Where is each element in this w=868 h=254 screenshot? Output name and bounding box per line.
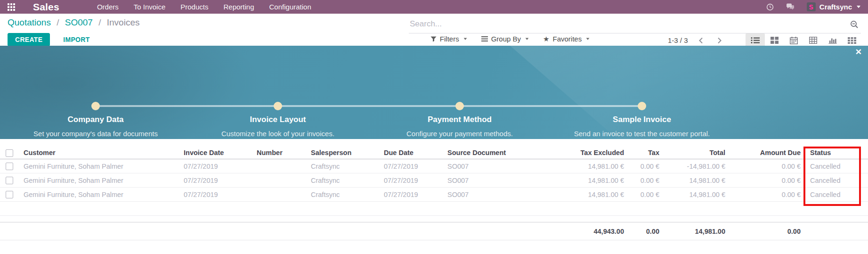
total-amount-due: 0.00 — [730, 222, 805, 240]
search-input[interactable] — [409, 16, 861, 33]
chevron-down-icon — [463, 38, 467, 40]
graph-view-icon[interactable] — [823, 33, 842, 47]
breadcrumb-separator: / — [98, 17, 101, 27]
column-header-status[interactable]: Status — [805, 147, 868, 159]
favorites-label: Favorites — [552, 35, 582, 43]
cell-customer: Gemini Furniture, Soham Palmer — [19, 159, 179, 173]
step-dot — [91, 102, 100, 110]
filters-dropdown[interactable]: Filters — [430, 35, 467, 43]
onboarding-step-company-data: Company Data Set your company's data for… — [6, 115, 185, 139]
cell-salesperson: Craftsync — [306, 188, 379, 202]
cell-due-date: 07/27/2019 — [379, 173, 443, 188]
invoice-list: Customer Invoice Date Number Salesperson… — [0, 139, 868, 240]
cell-tax: 0.00 € — [629, 173, 664, 188]
activity-view-icon[interactable] — [842, 33, 861, 47]
select-all-checkbox[interactable] — [6, 149, 13, 157]
main-menu: Orders To Invoice Products Reporting Con… — [97, 3, 311, 11]
user-menu[interactable]: S Craftsync — [807, 2, 860, 11]
clock-icon[interactable] — [766, 3, 774, 11]
menu-products[interactable]: Products — [180, 3, 208, 11]
cell-total: 14,981.00 € — [664, 173, 730, 188]
menu-configuration[interactable]: Configuration — [269, 3, 311, 11]
column-header-customer[interactable]: Customer — [19, 147, 179, 159]
column-header-tax-excluded[interactable]: Tax Excluded — [553, 147, 629, 159]
app-name[interactable]: Sales — [33, 1, 59, 13]
filters-label: Filters — [440, 35, 459, 43]
row-checkbox[interactable] — [6, 163, 13, 170]
total-total: 14,981.00 — [664, 222, 730, 240]
cell-tax: 0.00 € — [629, 159, 664, 173]
column-header-invoice-date[interactable]: Invoice Date — [179, 147, 252, 159]
onboarding-timeline — [96, 105, 642, 107]
row-checkbox[interactable] — [6, 191, 13, 198]
cell-source-document: SO007 — [443, 159, 553, 173]
view-switcher — [746, 33, 861, 47]
group-by-icon — [481, 36, 488, 41]
filter-funnel-icon — [430, 36, 437, 42]
table-row[interactable]: Gemini Furniture, Soham Palmer 07/27/201… — [0, 173, 868, 188]
cell-invoice-date: 07/27/2019 — [179, 159, 252, 173]
step-description: Send an invoice to test the customer por… — [571, 129, 713, 139]
column-header-tax[interactable]: Tax — [629, 147, 664, 159]
empty-row — [0, 202, 868, 216]
search-bar — [409, 16, 861, 33]
step-dot — [455, 102, 464, 110]
cell-source-document: SO007 — [443, 188, 553, 202]
step-title: Company Data — [6, 115, 185, 124]
favorites-dropdown[interactable]: ★ Favorites — [543, 35, 590, 43]
kanban-view-icon[interactable] — [765, 33, 784, 47]
cell-number — [252, 188, 306, 202]
chat-icon[interactable] — [786, 3, 795, 10]
column-header-number[interactable]: Number — [252, 147, 306, 159]
onboarding-step-payment-method: Payment Method Configure your payment me… — [370, 115, 549, 139]
cell-status: Cancelled — [805, 159, 868, 173]
column-header-due-date[interactable]: Due Date — [379, 147, 443, 159]
pager-range: 1-3 / 3 — [668, 36, 688, 44]
import-button[interactable]: IMPORT — [60, 35, 92, 44]
cell-customer: Gemini Furniture, Soham Palmer — [19, 173, 179, 188]
pivot-view-icon[interactable] — [803, 33, 823, 47]
column-header-source-document[interactable]: Source Document — [443, 147, 553, 159]
cell-status: Cancelled — [805, 188, 868, 202]
create-button[interactable]: CREATE — [8, 33, 50, 46]
chevron-down-icon — [586, 38, 590, 40]
menu-to-invoice[interactable]: To Invoice — [134, 3, 166, 11]
favorites-star-icon: ★ — [543, 35, 549, 42]
list-view-icon[interactable] — [746, 33, 765, 47]
cell-source-document: SO007 — [443, 173, 553, 188]
step-title: Invoice Layout — [188, 115, 367, 124]
total-tax-excluded: 44,943.00 — [553, 222, 629, 240]
column-header-total[interactable]: Total — [664, 147, 730, 159]
group-by-dropdown[interactable]: Group By — [481, 35, 529, 43]
cell-amount-due: 0.00 € — [730, 159, 805, 173]
close-icon[interactable]: ✕ — [855, 48, 862, 56]
cell-due-date: 07/27/2019 — [379, 159, 443, 173]
breadcrumb-quotations[interactable]: Quotations — [8, 17, 51, 27]
column-header-salesperson[interactable]: Salesperson — [306, 147, 379, 159]
pager-previous-button[interactable] — [695, 37, 707, 44]
menu-orders[interactable]: Orders — [97, 3, 119, 11]
table-row[interactable]: Gemini Furniture, Soham Palmer 07/27/201… — [0, 188, 868, 202]
breadcrumb-so007[interactable]: SO007 — [65, 17, 93, 27]
menu-reporting[interactable]: Reporting — [223, 3, 254, 11]
cell-tax-excluded: 14,981.00 € — [553, 173, 629, 188]
cell-invoice-date: 07/27/2019 — [179, 173, 252, 188]
cell-amount-due: 0.00 € — [730, 173, 805, 188]
row-checkbox[interactable] — [6, 177, 13, 184]
search-icon[interactable] — [850, 20, 859, 29]
column-header-amount-due[interactable]: Amount Due — [730, 147, 805, 159]
step-description: Configure your payment methods. — [389, 129, 530, 139]
pager-next-button[interactable] — [714, 37, 726, 44]
cell-tax: 0.00 € — [629, 188, 664, 202]
onboarding-banner: ✕ Company Data Set your company's data f… — [0, 46, 868, 139]
apps-grid-icon[interactable] — [8, 3, 15, 11]
onboarding-step-invoice-layout: Invoice Layout Customize the look of you… — [188, 115, 367, 139]
chevron-down-icon — [857, 6, 860, 8]
cell-number — [252, 173, 306, 188]
calendar-view-icon[interactable] — [784, 33, 803, 47]
spacer-row — [0, 216, 868, 222]
table-header-row: Customer Invoice Date Number Salesperson… — [0, 147, 868, 159]
pager: 1-3 / 3 — [668, 36, 726, 44]
step-dot — [274, 102, 282, 110]
table-row[interactable]: Gemini Furniture, Soham Palmer 07/27/201… — [0, 159, 868, 173]
